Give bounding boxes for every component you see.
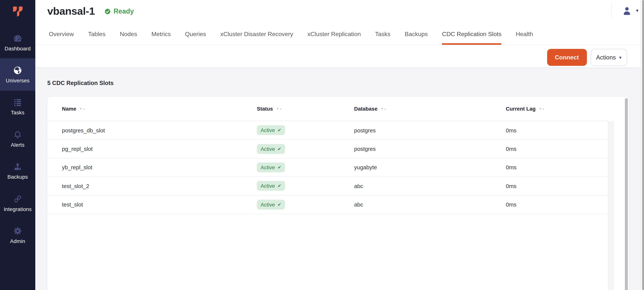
sort-icons: ▼▲ [539,107,545,110]
yugabyte-logo[interactable] [0,0,35,26]
sidebar-item-integrations[interactable]: Integrations [0,187,35,219]
tab-nodes[interactable]: Nodes [120,31,137,45]
slot-database: postgres [354,146,506,152]
chevron-down-icon: ▾ [619,55,622,60]
connect-button[interactable]: Connect [547,49,587,66]
main-panel: vbansal-1 Ready Overview Tables Nodes Me… [35,0,644,290]
slot-database: yugabyte [354,164,506,171]
sort-icons: ▼▲ [79,107,86,110]
sidebar-item-alerts[interactable]: Alerts [0,123,35,155]
sidebar-item-label: Backups [8,174,28,180]
table-row[interactable]: postgres_db_slot Active✔ postgres 0ms [47,121,608,140]
app-root: Dashboard Universes [0,0,644,290]
column-header-status[interactable]: Status ▼▲ [257,106,354,112]
actions-dropdown-button[interactable]: Actions ▾ [590,49,627,66]
status-badge: Active✔ [257,200,285,210]
status-label: Ready [114,7,134,15]
sidebar-item-label: Alerts [11,142,24,148]
content-area: 5 CDC Replication Slots Name ▼▲ Status ▼… [35,67,644,290]
column-header-current-lag[interactable]: Current Lag ▼▲ [506,106,608,112]
title-row: vbansal-1 Ready [35,0,644,20]
table-row[interactable]: pg_repl_slot Active✔ postgres 0ms [47,140,608,158]
column-header-database[interactable]: Database ▼▲ [354,106,506,112]
table-row[interactable]: yb_repl_slot Active✔ yugabyte 0ms [47,158,608,177]
dashboard-gauge-icon [13,33,22,43]
table-row[interactable]: test_slot Active✔ abc 0ms [47,195,608,214]
tab-overview[interactable]: Overview [49,31,74,45]
user-menu[interactable]: ▾ [622,3,638,18]
slot-name: postgres_db_slot [47,127,257,133]
slot-current-lag: 0ms [506,201,608,208]
sidebar-item-universes[interactable]: Universes [0,59,35,91]
sort-icons: ▼▲ [380,107,387,110]
tab-cdc-replication-slots[interactable]: CDC Replication Slots [442,31,502,45]
sidebar-item-tasks[interactable]: Tasks [0,91,35,123]
tab-backups[interactable]: Backups [405,31,428,45]
header-divider [611,2,612,18]
plug-link-icon [13,194,22,204]
tab-metrics[interactable]: Metrics [151,31,171,45]
check-icon: ✔ [278,128,281,132]
tab-health[interactable]: Health [516,31,533,45]
status-badge: Active✔ [257,125,285,135]
sidebar-item-label: Admin [10,238,25,244]
sidebar-item-label: Integrations [4,206,32,212]
check-icon: ✔ [278,165,281,170]
check-circle-icon [104,8,111,15]
table-row[interactable]: test_slot_2 Active✔ abc 0ms [47,177,608,195]
slot-name: yb_repl_slot [47,164,257,171]
slot-status-cell: Active✔ [257,200,354,210]
sidebar-item-dashboard[interactable]: Dashboard [0,26,35,59]
sidebar-item-backups[interactable]: Backups [0,155,35,187]
check-icon: ✔ [278,184,281,188]
universe-status-badge: Ready [104,7,134,15]
page-scrollbar [640,0,644,290]
sidebar-item-label: Universes [6,77,30,83]
slot-database: postgres [354,127,506,133]
table-scrollbar-track [608,121,614,290]
tab-queries[interactable]: Queries [185,31,206,45]
table-header-row: Name ▼▲ Status ▼▲ Database ▼▲ Current La… [47,97,608,121]
universe-header: vbansal-1 Ready Overview Tables Nodes Me… [35,0,644,67]
card-scrollbar-thumb[interactable] [625,98,628,290]
slot-database: abc [354,201,506,208]
universe-tabs: Overview Tables Nodes Metrics Queries xC… [35,31,644,45]
tab-tables[interactable]: Tables [88,31,106,45]
header-actions: Connect Actions ▾ [547,49,627,66]
page-title: vbansal-1 [47,5,95,17]
sidebar-item-admin[interactable]: Admin [0,219,35,251]
column-header-name[interactable]: Name ▼▲ [47,106,257,112]
cdc-slots-table-card: Name ▼▲ Status ▼▲ Database ▼▲ Current La… [47,97,629,290]
upload-backup-icon [13,162,22,172]
slot-status-cell: Active✔ [257,144,354,154]
user-avatar-icon [622,6,632,16]
tab-xcluster-replication[interactable]: xCluster Replication [307,31,361,45]
sidebar-item-label: Dashboard [5,45,31,51]
task-list-icon [13,98,22,107]
check-icon: ✔ [278,147,281,151]
slot-name: test_slot_2 [47,183,257,189]
slot-current-lag: 0ms [506,146,608,152]
slots-count-heading: 5 CDC Replication Slots [47,80,629,86]
globe-icon [13,65,22,75]
sort-icons: ▼▲ [276,107,282,110]
slot-current-lag: 0ms [506,127,608,133]
slot-current-lag: 0ms [506,164,608,171]
slot-status-cell: Active✔ [257,125,354,135]
slot-status-cell: Active✔ [257,181,354,191]
tab-tasks[interactable]: Tasks [375,31,390,45]
status-badge: Active✔ [257,181,285,191]
page-scrollbar-thumb[interactable] [642,0,644,290]
slot-current-lag: 0ms [506,183,608,189]
slot-database: abc [354,183,506,189]
chevron-down-icon: ▾ [636,8,638,13]
sidebar-item-label: Tasks [11,110,24,116]
tab-xcluster-disaster-recovery[interactable]: xCluster Disaster Recovery [220,31,293,45]
yugabyte-y-icon [11,5,24,18]
slot-status-cell: Active✔ [257,163,354,172]
status-badge: Active✔ [257,163,285,172]
gear-icon [13,226,22,236]
slot-name: test_slot [47,201,257,208]
sidebar: Dashboard Universes [0,0,35,290]
check-icon: ✔ [278,202,281,207]
